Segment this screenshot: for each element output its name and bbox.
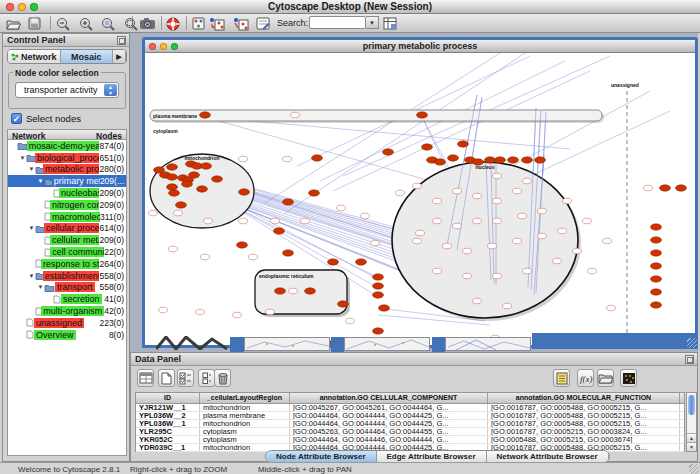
data-panel-float-icon[interactable] (685, 355, 694, 364)
attribute-matrix-button[interactable] (620, 369, 637, 387)
network-node[interactable] (558, 228, 567, 234)
network-node[interactable] (361, 213, 370, 219)
network-node[interactable] (149, 210, 158, 216)
network-node-selected[interactable] (212, 176, 223, 182)
tree-row[interactable]: nitrogen compo209(0) (8, 199, 126, 211)
network-node[interactable] (266, 309, 275, 315)
network-node-selected[interactable] (239, 189, 250, 195)
network-node-selected[interactable] (676, 185, 687, 191)
annotation-editor-button[interactable] (256, 15, 270, 32)
network-node[interactable] (513, 238, 522, 244)
network-node[interactable] (169, 246, 178, 252)
tab-overflow-button[interactable]: ▶ (113, 50, 126, 63)
attribute-table-scrollbar[interactable]: ▲ ▼ (686, 392, 697, 452)
vizmapper-node-button[interactable] (209, 15, 225, 32)
disclosure-triangle-icon[interactable]: ▼ (28, 166, 35, 172)
network-node[interactable] (573, 248, 582, 254)
network-node[interactable] (371, 240, 380, 246)
network-node-selected[interactable] (651, 289, 662, 295)
tree-row[interactable]: Overview8(0) (8, 329, 126, 341)
network-node-selected[interactable] (660, 185, 671, 191)
background-window-fragment[interactable] (445, 337, 531, 351)
network-node-selected[interactable] (651, 263, 662, 269)
open-button[interactable] (6, 15, 21, 32)
network-node[interactable] (239, 156, 248, 162)
import-table-button[interactable] (383, 15, 397, 32)
network-node[interactable] (473, 218, 482, 224)
tree-row[interactable]: ▼metabolic process280(0) (8, 164, 126, 176)
network-node[interactable] (513, 188, 522, 194)
network-node[interactable] (433, 218, 442, 224)
network-node-selected[interactable] (167, 174, 178, 180)
disclosure-triangle-icon[interactable]: ▼ (19, 155, 26, 161)
network-node-selected[interactable] (167, 164, 178, 170)
scrollbar-thumb[interactable] (688, 395, 695, 415)
attribute-list-button[interactable] (553, 369, 570, 387)
network-node[interactable] (196, 309, 205, 315)
network-node-selected[interactable] (535, 157, 546, 163)
network-node-selected[interactable] (169, 190, 180, 196)
network-node[interactable] (473, 193, 482, 199)
network-node[interactable] (289, 288, 298, 294)
save-button[interactable] (28, 15, 41, 32)
network-node[interactable] (453, 223, 462, 229)
network-node-selected[interactable] (182, 181, 193, 187)
network-node[interactable] (301, 218, 310, 224)
network-node[interactable] (493, 273, 502, 279)
snapshot-button[interactable] (139, 15, 156, 32)
network-node-selected[interactable] (651, 302, 662, 308)
select-nodes-checkbox[interactable]: ✓ (11, 113, 22, 124)
network-node-selected[interactable] (356, 259, 367, 265)
tab-network-attribute-browser[interactable]: Network Attribute Browser (487, 451, 609, 462)
tree-row[interactable]: secretion41(0) (8, 293, 126, 305)
network-node[interactable] (337, 205, 346, 211)
delete-attribute-button[interactable] (214, 369, 231, 387)
network-node-selected[interactable] (312, 155, 323, 161)
tree-row[interactable]: ▼establishment of lo558(0) (8, 270, 126, 282)
network-node[interactable] (473, 298, 482, 304)
network-node[interactable] (538, 233, 547, 239)
network-node-selected[interactable] (422, 144, 433, 150)
network-node-selected[interactable] (373, 292, 384, 298)
network-node[interactable] (291, 112, 300, 118)
network-node[interactable] (493, 218, 502, 224)
tree-row[interactable]: macromolecule311(0) (8, 211, 126, 223)
zoom-fit-button[interactable] (101, 15, 115, 32)
scroll-up-button[interactable]: ▲ (687, 433, 696, 442)
network-node-selected[interactable] (197, 186, 208, 192)
search-input[interactable] (309, 16, 366, 29)
network-node[interactable] (249, 254, 258, 260)
network-node[interactable] (553, 258, 562, 264)
network-node-selected[interactable] (435, 159, 446, 165)
table-row[interactable]: YJR121W__1mitochondrion[GO:0045267, GO:0… (136, 404, 684, 412)
node-color-combo[interactable]: transporter activity ▲▼ (15, 82, 119, 98)
search-dropdown-button[interactable]: ▼ (366, 16, 379, 29)
network-node[interactable] (523, 178, 532, 184)
network-node-selected[interactable] (651, 250, 662, 256)
network-node[interactable] (583, 218, 592, 224)
tree-row[interactable]: multi-organism pro42(0) (8, 305, 126, 317)
table-row[interactable]: YLR295Ccytoplasm[GO:0045263, GO:0044464,… (136, 428, 684, 436)
network-node-selected[interactable] (328, 259, 339, 265)
tree-row[interactable]: ▼cellular process614(0) (8, 223, 126, 235)
column-header[interactable]: _cellularLayoutRegion (200, 393, 290, 403)
network-node[interactable] (396, 190, 405, 196)
network-node-selected[interactable] (485, 157, 496, 163)
network-node[interactable] (416, 230, 425, 236)
network-node[interactable] (346, 318, 355, 324)
tab-network[interactable]: Network (8, 50, 61, 63)
app-resize-grip[interactable] (689, 464, 699, 474)
network-node[interactable] (523, 268, 532, 274)
attribute-grid-button[interactable] (137, 369, 154, 387)
tab-edge-attribute-browser[interactable]: Edge Attribute Browser (377, 451, 487, 462)
network-node[interactable] (159, 307, 168, 313)
network-node[interactable] (493, 198, 502, 204)
network-node-selected[interactable] (473, 159, 484, 165)
background-window-fragment[interactable] (344, 337, 430, 351)
network-node[interactable] (433, 198, 442, 204)
network-node[interactable] (488, 243, 497, 249)
control-panel-float-icon[interactable] (117, 36, 126, 45)
network-node[interactable] (233, 312, 242, 318)
network-node-selected[interactable] (508, 157, 519, 163)
network-node[interactable] (538, 208, 547, 214)
